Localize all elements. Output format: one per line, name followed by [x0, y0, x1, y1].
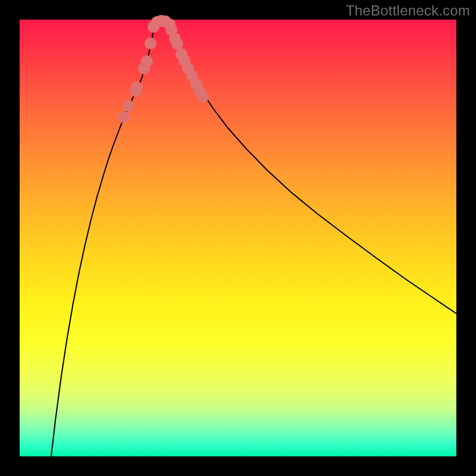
marker-dot: [197, 91, 209, 103]
curve-markers: [118, 15, 209, 123]
marker-dot: [118, 111, 130, 123]
marker-dot: [145, 37, 156, 49]
watermark-text: TheBottleneck.com: [346, 2, 470, 19]
marker-dot: [131, 82, 143, 93]
marker-dot: [141, 55, 153, 67]
marker-dot: [123, 100, 134, 112]
curve-right-branch: [168, 21, 456, 314]
curve-overlay: [20, 20, 456, 456]
chart-frame: TheBottleneck.com: [0, 0, 476, 476]
